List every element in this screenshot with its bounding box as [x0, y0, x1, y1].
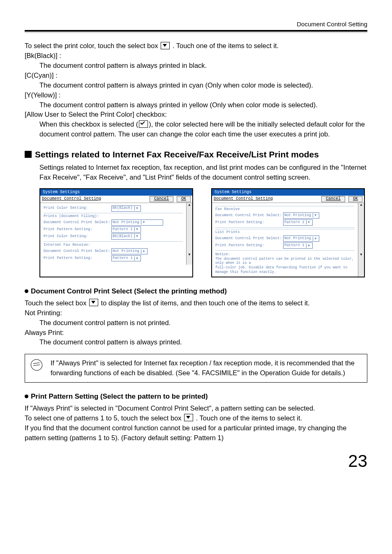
scrollbar-right[interactable]: ▲ ▼ [358, 203, 364, 277]
bk-label: [Bk(Black)] : [25, 51, 367, 61]
header-rule-thin [25, 32, 367, 33]
cancel-button[interactable]: Cancel [150, 196, 173, 202]
sub-heading-2: Print Pattern Setting (Select the patter… [25, 392, 367, 402]
sub-heading-2-text: Print Pattern Setting (Select the patter… [31, 392, 208, 400]
select-pattern-1d[interactable]: Pattern 1▼ [283, 242, 313, 249]
sub1-line: Touch the select box to display the list… [25, 298, 367, 308]
dropdown-icon [89, 299, 98, 306]
panel-sub-right-label: Document Control Setting [214, 196, 273, 202]
select-not-printing-3[interactable]: Not Printing▼ [283, 212, 319, 219]
note-icon [30, 359, 43, 372]
allow-desc-a: When this checkbox is selected ( [39, 120, 138, 128]
np-desc: The document control pattern is not prin… [25, 318, 367, 328]
select-pattern-1c[interactable]: Pattern 1▼ [283, 219, 313, 226]
screenshot-right: System Settings Document Control Setting… [211, 188, 365, 278]
ok-button[interactable]: OK [177, 196, 191, 202]
scroll-up-icon: ▲ [358, 203, 364, 208]
notice-2: full-color job. Disable data forwarding … [215, 265, 355, 274]
checkbox-checked-icon [139, 120, 148, 128]
label-prints-filing: Prints (Document Filing): [44, 214, 183, 219]
screenshot-left: System Settings Document Control Setting… [39, 188, 193, 278]
select-pattern-1b[interactable]: Pattern 1▼ [111, 255, 141, 261]
chevron-down-icon: ▼ [306, 244, 311, 248]
chevron-down-icon: ▼ [313, 237, 318, 241]
label-dcps3: Document Control Print Select: [215, 213, 283, 218]
sub2-p2b: . Touch one of the items to select it. [196, 414, 302, 422]
label-pps2: Print Pattern Setting: [44, 256, 111, 261]
y-desc: The document control pattern is always p… [25, 100, 367, 110]
label-pps4: Print Pattern Setting: [215, 243, 283, 248]
panel-title-left: System Settings [40, 189, 192, 196]
scroll-down-icon: ▼ [358, 253, 364, 257]
scrollbar-left[interactable]: ▲ ▼ [186, 203, 192, 265]
select-bk-2[interactable]: Bk(Black)▼ [111, 233, 141, 240]
square-bullet-icon [25, 151, 32, 158]
intro-line-1a: To select the print color, touch the sel… [25, 42, 160, 49]
label-pps3: Print Pattern Setting: [215, 220, 283, 225]
panel-sub-left-label: Document Control Setting [42, 196, 101, 202]
sub2-p2a: To select one of patterns 1 to 5, touch … [25, 414, 183, 422]
bk-desc: The document control pattern is always p… [25, 61, 367, 71]
label-fax-receive: Fax Receive [215, 207, 355, 212]
select-pattern-1a[interactable]: Pattern 1▼ [111, 226, 141, 233]
page-number: 23 [25, 451, 367, 471]
notice-h: Notice: [215, 252, 355, 257]
select-not-printing-4[interactable]: Not Printing▼ [283, 235, 319, 242]
chevron-down-icon: ▼ [134, 234, 140, 238]
allow-desc: When this checkbox is selected (), the c… [25, 120, 367, 139]
section-heading-text: Settings related to Internet Fax Receive… [35, 150, 319, 159]
panel-sub-right: Document Control Setting Cancel OK [212, 196, 364, 203]
chevron-down-icon: ▼ [134, 227, 140, 231]
page-header: Document Control Setting [25, 21, 367, 30]
scroll-up-icon: ▲ [187, 203, 192, 208]
chevron-down-icon: ▼ [134, 256, 140, 261]
chevron-down-icon: ▼ [141, 249, 146, 254]
panel-title-right: System Settings [212, 189, 364, 196]
sub2-p2: To select one of patterns 1 to 5, touch … [25, 413, 367, 423]
c-desc: The document control pattern is always p… [25, 81, 367, 90]
sub-heading-1: Document Control Print Select (Select th… [25, 286, 367, 297]
np-label: Not Printing: [25, 308, 367, 318]
notice-1: The document control pattern can be prin… [215, 257, 355, 265]
section-para: Settings related to Internet fax recepti… [25, 163, 367, 182]
label-pcs2: Print Color Setting: [44, 234, 111, 239]
bullet-icon [25, 395, 28, 398]
label-pps: Print Pattern Setting: [44, 227, 111, 232]
sub1-line-b: to display the list of items, and then t… [101, 299, 310, 307]
label-list-prints: List Prints [215, 230, 355, 235]
sub2-p1: If "Always Print" is selected in "Docume… [25, 404, 367, 413]
section-heading: Settings related to Internet Fax Receive… [25, 148, 367, 161]
label-print-color: Print Color Setting: [44, 206, 111, 210]
panel-sub-left: Document Control Setting Cancel OK [40, 196, 192, 203]
bullet-icon [25, 289, 28, 293]
chevron-down-icon: ▼ [313, 213, 318, 217]
sub2-p3: If you find that the document control fu… [25, 423, 367, 443]
note-text: If "Always Print" is selected for Intern… [51, 358, 361, 378]
header-rule-thick [25, 30, 367, 32]
c-label: [C(Cyan)] : [25, 71, 367, 81]
label-dcps2: Document Control Print Select: [44, 249, 111, 254]
select-bk[interactable]: Bk(Black)▼ [111, 205, 141, 212]
sub-heading-1-text: Document Control Print Select (Select th… [31, 287, 227, 295]
note-box: If "Always Print" is selected for Intern… [25, 354, 367, 383]
chevron-down-icon: ▼ [306, 220, 311, 224]
ok-button[interactable]: OK [348, 196, 362, 202]
label-dcps: Document Control Print Select: [44, 220, 111, 225]
label-dcps4: Document Control Print Select: [215, 236, 283, 241]
intro-line-1: To select the print color, touch the sel… [25, 41, 367, 51]
dropdown-icon [161, 42, 170, 49]
ap-desc: The document control pattern is always p… [25, 337, 367, 347]
y-label: [Y(Yellow)] : [25, 90, 367, 100]
cancel-button[interactable]: Cancel [321, 196, 345, 202]
select-not-printing-2[interactable]: Not Printing▼ [111, 248, 148, 254]
scroll-down-icon: ▼ [187, 253, 192, 257]
intro-line-1b: . Touch one of the items to select it. [173, 42, 279, 49]
ap-label: Always Print: [25, 328, 367, 338]
chevron-down-icon: ▼ [141, 220, 146, 224]
sub1-line-a: Touch the select box [25, 299, 88, 307]
allow-label: [Allow User to Select the Print Color] c… [25, 110, 367, 120]
label-ifax: Internet Fax Receive: [44, 243, 183, 247]
select-not-printing-1[interactable]: Not Printing▼ [111, 219, 163, 226]
chevron-down-icon: ▼ [134, 206, 140, 210]
dropdown-icon [184, 414, 193, 421]
